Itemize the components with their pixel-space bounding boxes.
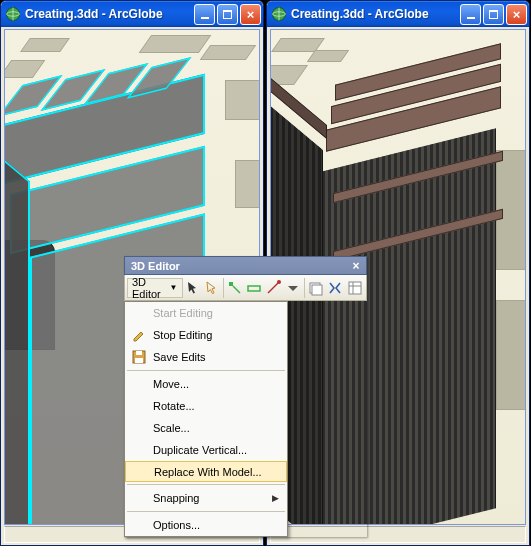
close-button[interactable]: × [506, 4, 527, 25]
3d-editor-panel: 3D Editor × 3D Editor ▼ Start Editing St… [124, 256, 367, 537]
menu-save-edits[interactable]: Save Edits [125, 346, 287, 368]
svg-rect-4 [229, 282, 233, 286]
3d-editor-titlebar[interactable]: 3D Editor × [124, 256, 367, 275]
edit-vertex-button[interactable] [203, 277, 221, 299]
maximize-button[interactable] [483, 4, 504, 25]
save-icon [129, 349, 149, 365]
menu-scale[interactable]: Scale... [125, 417, 287, 439]
svg-rect-11 [136, 351, 142, 355]
target-layer-button[interactable] [307, 277, 325, 299]
svg-rect-5 [248, 286, 260, 291]
pencil-icon [129, 327, 149, 343]
svg-point-6 [277, 280, 281, 284]
menu-separator [127, 484, 285, 485]
titlebar[interactable]: Creating.3dd - ArcGlobe × [267, 1, 529, 27]
close-button[interactable]: × [240, 4, 261, 25]
window-buttons: × [194, 4, 261, 25]
blank-icon [129, 376, 149, 392]
3d-editor-dropdown-button[interactable]: 3D Editor ▼ [127, 278, 183, 298]
panel-close-button[interactable]: × [349, 259, 363, 273]
blank-icon [129, 398, 149, 414]
window-title: Creating.3dd - ArcGlobe [25, 7, 194, 21]
attributes-button[interactable] [346, 277, 364, 299]
chevron-down-icon: ▼ [170, 283, 178, 292]
menu-replace-with-model[interactable]: Replace With Model... [125, 461, 287, 482]
menu-rotate[interactable]: Rotate... [125, 395, 287, 417]
menu-snapping[interactable]: Snapping ▶ [125, 487, 287, 509]
menu-separator [127, 511, 285, 512]
menu-separator [127, 370, 285, 371]
menu-stop-editing[interactable]: Stop Editing [125, 324, 287, 346]
chevron-right-icon: ▶ [272, 493, 279, 503]
svg-rect-12 [135, 358, 143, 363]
arcglobe-icon [271, 6, 287, 22]
maximize-button[interactable] [217, 4, 238, 25]
blank-icon [130, 464, 150, 480]
menu-duplicate-vertical[interactable]: Duplicate Vertical... [125, 439, 287, 461]
menu-start-editing: Start Editing [125, 302, 287, 324]
window-title: Creating.3dd - ArcGlobe [291, 7, 460, 21]
window-buttons: × [460, 4, 527, 25]
blank-icon [129, 442, 149, 458]
minimize-button[interactable] [194, 4, 215, 25]
blank-icon [129, 420, 149, 436]
menu-options[interactable]: Options... [125, 514, 287, 536]
minimize-button[interactable] [460, 4, 481, 25]
menu-move[interactable]: Move... [125, 373, 287, 395]
sketch-point-button[interactable] [265, 277, 283, 299]
panel-title: 3D Editor [131, 260, 180, 272]
toolbar-separator [304, 278, 305, 298]
3d-editor-toolbar: 3D Editor ▼ [124, 275, 367, 301]
edit-pointer-button[interactable] [184, 277, 202, 299]
arcglobe-icon [5, 6, 21, 22]
sketch-line-button[interactable] [226, 277, 244, 299]
sketch-rect-button[interactable] [245, 277, 263, 299]
3d-editor-menu: Start Editing Stop Editing Save Edits Mo… [124, 301, 288, 537]
blank-icon [129, 517, 149, 533]
blank-icon [129, 490, 149, 506]
dropdown-label: 3D Editor [132, 276, 168, 300]
blank-icon [129, 305, 149, 321]
task-dropdown-button[interactable] [284, 277, 302, 299]
toolbar-separator [223, 278, 224, 298]
titlebar[interactable]: Creating.3dd - ArcGlobe × [1, 1, 263, 27]
split-button[interactable] [326, 277, 344, 299]
svg-rect-8 [312, 285, 322, 295]
svg-rect-9 [349, 282, 361, 294]
